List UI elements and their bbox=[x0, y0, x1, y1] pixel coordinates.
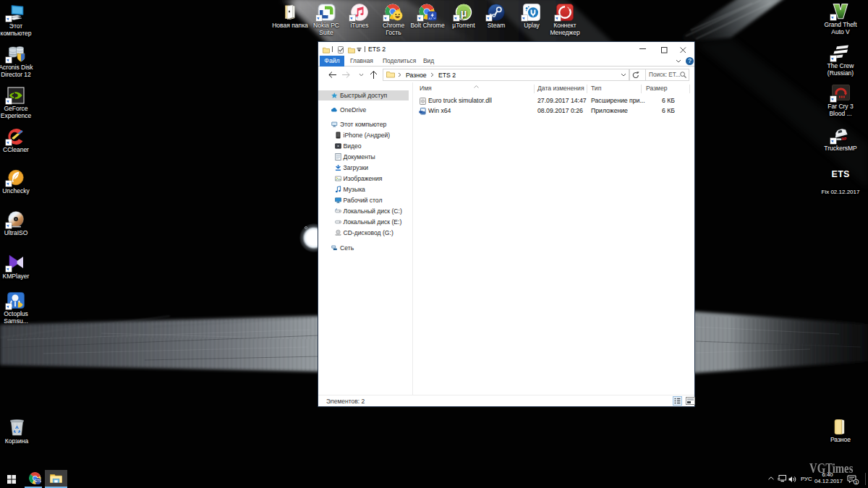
svg-text:µ: µ bbox=[461, 7, 467, 19]
svg-text:ETS: ETS bbox=[35, 479, 41, 483]
svg-text:MP: MP bbox=[841, 137, 846, 141]
